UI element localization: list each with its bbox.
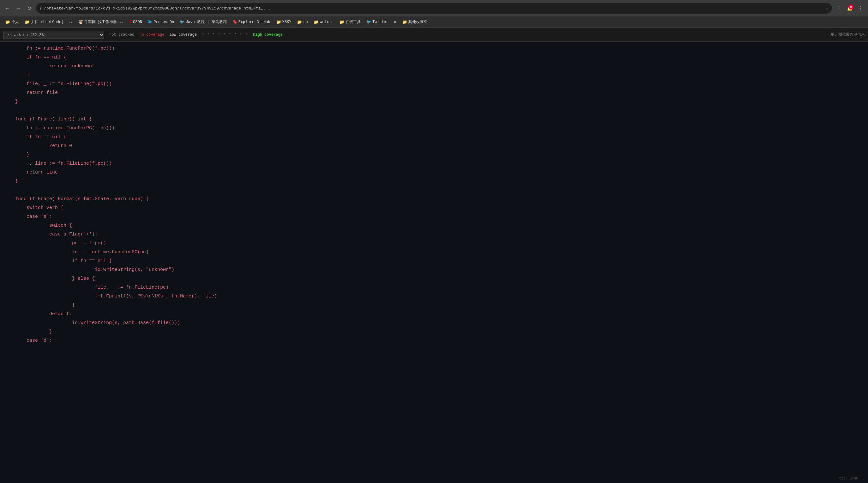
code-line: switch {	[0, 221, 868, 230]
address-bar[interactable]: ℹ ☆	[36, 3, 832, 13]
code-line: pc := f.pc()	[0, 239, 868, 248]
unit-test-info: 单元测试覆盖率信息	[831, 32, 865, 37]
code-text: return "unknown"	[15, 62, 95, 71]
line-number	[2, 88, 15, 97]
lock-icon: ℹ	[40, 6, 41, 11]
bookmark-personal[interactable]: 📁 个人	[2, 18, 22, 26]
bookmark-csdn[interactable]: C CSDN	[127, 19, 145, 25]
line-number	[2, 115, 15, 124]
line-number	[2, 336, 15, 345]
line-number	[2, 133, 15, 142]
bookmark-runoob[interactable]: 🐦 Java 教程 | 菜鸟教程	[177, 18, 229, 26]
bookmark-github[interactable]: 🔖 Explore GitHub	[230, 19, 273, 25]
back-button[interactable]: ←	[3, 4, 12, 12]
bookmark-tools[interactable]: 📁 在线工具	[337, 18, 363, 26]
line-number	[2, 142, 15, 150]
code-text: fn := runtime.FuncForPC(pc)	[15, 248, 149, 257]
url-input[interactable]	[44, 6, 823, 11]
code-text: switch {	[15, 221, 72, 230]
coverage-toolbar: /stack.go (52.8%) not tracked no coverag…	[0, 28, 868, 42]
bookmark-label: ProcessOn	[154, 20, 174, 24]
line-number	[2, 177, 15, 186]
code-text: }	[15, 177, 18, 186]
code-text: fmt.Fprintf(s, "%s\n\t%s", fn.Name(), fi…	[15, 292, 217, 301]
menu-button[interactable]: ⋮	[856, 4, 865, 12]
stars-label: * * * * * * * * *	[202, 33, 248, 37]
code-area: fn := runtime.FuncForPC(f.pc()) if fn ==…	[0, 42, 868, 483]
notification-icon[interactable]: 8 🔔	[845, 4, 854, 12]
bookmark-label: XSKY	[282, 20, 291, 24]
code-text: case 'd':	[15, 336, 52, 345]
unit-test-label: 单元测试覆盖率信息	[831, 33, 865, 37]
bookmark-processon[interactable]: On ProcessOn	[145, 19, 177, 25]
code-text: file, _ := fn.FileLine(pc)	[15, 283, 169, 292]
file-selector[interactable]: /stack.go (52.8%)	[3, 31, 104, 39]
code-text: if fn == nil {	[15, 257, 112, 265]
nav-buttons: ← → ↻	[3, 4, 33, 12]
code-line: return "unknown"	[0, 62, 868, 71]
line-number	[2, 283, 15, 292]
toolbar-icons: ⋮ 8 🔔 ⋮	[835, 4, 865, 12]
bookmark-more[interactable]: »	[391, 19, 399, 25]
code-text: if fn == nil {	[15, 53, 66, 62]
legend-no-coverage: no coverage	[139, 33, 164, 37]
line-number	[2, 150, 15, 159]
bookmark-xsky[interactable]: 📁 XSKY	[274, 19, 294, 26]
code-line: func (f Frame) line() int {	[0, 115, 868, 124]
csdn-icon: C	[129, 20, 132, 24]
folder-icon: 📁	[339, 20, 344, 25]
folder-icon: 📁	[297, 20, 302, 25]
code-line: if fn == nil {	[0, 257, 868, 265]
code-text: case 's':	[15, 212, 52, 221]
bookmark-label: Java 教程 | 菜鸟教程	[186, 19, 227, 25]
line-number	[2, 221, 15, 230]
line-number	[2, 310, 15, 319]
bookmark-go[interactable]: 📁 go	[294, 19, 310, 26]
code-line: io.WriteString(s, "unknown")	[0, 265, 868, 274]
code-line	[0, 106, 868, 115]
line-number	[2, 53, 15, 62]
bookmark-label: 个人	[11, 19, 19, 25]
twitter-icon: 🐦	[366, 20, 371, 24]
bookmark-icon: 🔖	[232, 20, 237, 24]
code-line: return 0	[0, 142, 868, 150]
code-line: }	[0, 177, 868, 186]
runoob-icon: 🐦	[180, 20, 184, 24]
code-line: }	[0, 97, 868, 106]
legend-low-coverage: low coverage	[169, 33, 196, 37]
bookmark-star-icon[interactable]: ☆	[826, 6, 828, 11]
extensions-button[interactable]: ⋮	[835, 4, 843, 12]
bookmarks-bar: 📁 个人 📁 力扣 (LeetCode) ... 🐮 牛客网-找工作神器... …	[0, 17, 868, 28]
bookmark-label: CSDN	[133, 20, 142, 24]
code-line	[0, 186, 868, 195]
code-text: default:	[15, 310, 72, 319]
line-number	[2, 186, 15, 195]
code-line: fmt.Fprintf(s, "%s\n\t%s", fn.Name(), fi…	[0, 292, 868, 301]
forward-button[interactable]: →	[14, 4, 23, 12]
code-line: _, line := fn.FileLine(f.pc())	[0, 159, 868, 168]
code-text: io.WriteString(s, path.Base(f.file()))	[15, 319, 180, 328]
bookmark-twitter[interactable]: 🐦 Twitter	[364, 19, 391, 25]
code-text: pc := f.pc()	[15, 239, 106, 248]
code-line: func (f Frame) Format(s fmt.State, verb …	[0, 195, 868, 204]
legend-stars: * * * * * * * * *	[202, 33, 248, 37]
bookmark-weixin[interactable]: 📁 weixin	[311, 19, 336, 26]
bookmark-nowcoder[interactable]: 🐮 牛客网-找工作神器...	[76, 18, 126, 26]
bookmark-leetcode[interactable]: 📁 力扣 (LeetCode) ...	[22, 18, 75, 26]
bookmark-other[interactable]: 📁 其他收藏夹	[400, 18, 430, 26]
code-text: return 0	[15, 142, 72, 150]
code-text: }	[15, 97, 18, 106]
line-number	[2, 265, 15, 274]
browser-chrome: ← → ↻ ℹ ☆ ⋮ 8 🔔 ⋮ 📁 个人 📁 力扣 (LeetCode) .…	[0, 0, 868, 28]
code-line: } else {	[0, 274, 868, 283]
code-line: file, _ := fn.FileLine(pc)	[0, 283, 868, 292]
code-text: if fn == nil {	[15, 133, 66, 142]
code-line: switch verb {	[0, 204, 868, 212]
code-text: }	[15, 328, 52, 336]
line-number	[2, 239, 15, 248]
code-text: } else {	[15, 274, 95, 283]
watermark: CSDN @YHF...	[839, 477, 864, 481]
refresh-button[interactable]: ↻	[25, 4, 33, 12]
code-line: return line	[0, 168, 868, 177]
code-line: fn := runtime.FuncForPC(pc)	[0, 248, 868, 257]
